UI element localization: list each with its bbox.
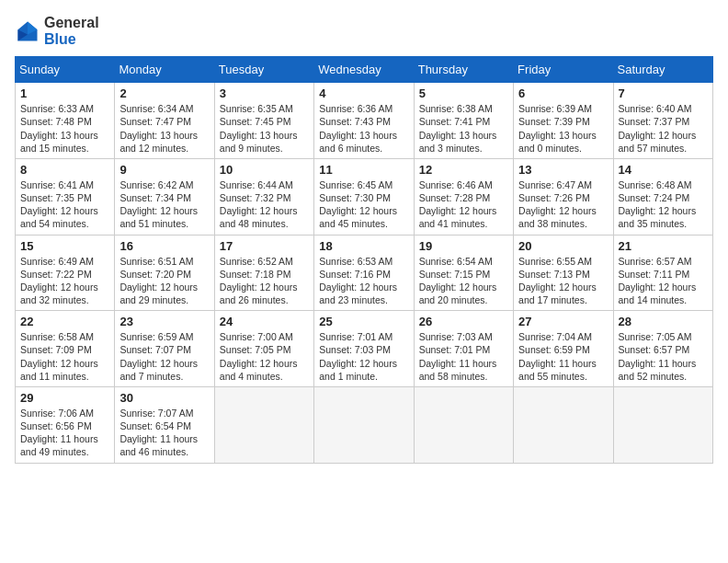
day-number: 16 (119, 239, 209, 253)
calendar-table: SundayMondayTuesdayWednesdayThursdayFrid… (15, 56, 713, 463)
day-cell: 8 Sunrise: 6:41 AMSunset: 7:35 PMDayligh… (16, 158, 115, 235)
day-detail: Sunrise: 6:57 AMSunset: 7:11 PMDaylight:… (619, 255, 708, 307)
day-detail: Sunrise: 6:54 AMSunset: 7:15 PMDaylight:… (419, 255, 508, 307)
day-number: 5 (419, 86, 508, 100)
day-number: 29 (20, 391, 109, 405)
day-number: 7 (619, 86, 708, 100)
day-detail: Sunrise: 7:05 AMSunset: 6:57 PMDaylight:… (619, 330, 708, 383)
weekday-header-row: SundayMondayTuesdayWednesdayThursdayFrid… (16, 57, 713, 83)
day-detail: Sunrise: 6:46 AMSunset: 7:28 PMDaylight:… (419, 178, 508, 231)
weekday-friday: Friday (514, 57, 613, 83)
day-cell: 19 Sunrise: 6:54 AMSunset: 7:15 PMDaylig… (414, 235, 513, 311)
day-number: 14 (619, 163, 708, 177)
day-cell: 16 Sunrise: 6:51 AMSunset: 7:20 PMDaylig… (115, 235, 214, 311)
logo: General Blue (15, 15, 99, 47)
day-detail: Sunrise: 6:42 AMSunset: 7:34 PMDaylight:… (119, 178, 209, 231)
empty-cell (314, 386, 414, 463)
weekday-wednesday: Wednesday (314, 57, 414, 83)
day-cell: 21 Sunrise: 6:57 AMSunset: 7:11 PMDaylig… (613, 235, 712, 311)
day-detail: Sunrise: 6:40 AMSunset: 7:37 PMDaylight:… (619, 102, 708, 155)
day-detail: Sunrise: 6:49 AMSunset: 7:22 PMDaylight:… (20, 255, 109, 307)
calendar-week-row: 22 Sunrise: 6:58 AMSunset: 7:09 PMDaylig… (16, 311, 713, 387)
day-number: 8 (20, 163, 109, 177)
day-number: 28 (619, 315, 708, 328)
calendar-week-row: 8 Sunrise: 6:41 AMSunset: 7:35 PMDayligh… (16, 158, 713, 235)
day-cell: 24 Sunrise: 7:00 AMSunset: 7:05 PMDaylig… (214, 311, 313, 387)
day-cell: 6 Sunrise: 6:39 AMSunset: 7:39 PMDayligh… (514, 83, 613, 159)
day-number: 10 (220, 163, 309, 177)
day-number: 23 (119, 315, 209, 328)
day-cell: 27 Sunrise: 7:04 AMSunset: 6:59 PMDaylig… (514, 311, 613, 387)
day-number: 1 (20, 86, 109, 100)
empty-cell (514, 386, 613, 463)
day-cell: 18 Sunrise: 6:53 AMSunset: 7:16 PMDaylig… (314, 235, 414, 311)
day-detail: Sunrise: 7:04 AMSunset: 6:59 PMDaylight:… (518, 330, 608, 383)
day-detail: Sunrise: 6:52 AMSunset: 7:18 PMDaylight:… (220, 255, 309, 307)
day-cell: 4 Sunrise: 6:36 AMSunset: 7:43 PMDayligh… (314, 83, 414, 159)
day-number: 27 (518, 315, 608, 328)
day-detail: Sunrise: 6:47 AMSunset: 7:26 PMDaylight:… (518, 178, 608, 231)
day-number: 25 (319, 315, 408, 328)
day-number: 22 (20, 315, 109, 328)
day-number: 21 (619, 239, 708, 253)
day-detail: Sunrise: 6:44 AMSunset: 7:32 PMDaylight:… (220, 178, 309, 231)
day-detail: Sunrise: 6:36 AMSunset: 7:43 PMDaylight:… (319, 102, 408, 155)
day-number: 15 (20, 239, 109, 253)
day-detail: Sunrise: 6:58 AMSunset: 7:09 PMDaylight:… (20, 330, 109, 383)
day-detail: Sunrise: 6:55 AMSunset: 7:13 PMDaylight:… (518, 255, 608, 307)
weekday-sunday: Sunday (16, 57, 115, 83)
day-number: 4 (319, 86, 408, 100)
day-cell: 3 Sunrise: 6:35 AMSunset: 7:45 PMDayligh… (214, 83, 313, 159)
day-number: 2 (119, 86, 209, 100)
day-cell: 1 Sunrise: 6:33 AMSunset: 7:48 PMDayligh… (16, 83, 115, 159)
weekday-monday: Monday (115, 57, 214, 83)
day-detail: Sunrise: 6:38 AMSunset: 7:41 PMDaylight:… (419, 102, 508, 155)
day-cell: 26 Sunrise: 7:03 AMSunset: 7:01 PMDaylig… (414, 311, 513, 387)
day-cell: 15 Sunrise: 6:49 AMSunset: 7:22 PMDaylig… (16, 235, 115, 311)
logo-text: General Blue (44, 15, 99, 47)
day-detail: Sunrise: 6:48 AMSunset: 7:24 PMDaylight:… (619, 178, 708, 231)
day-cell: 14 Sunrise: 6:48 AMSunset: 7:24 PMDaylig… (613, 158, 712, 235)
day-cell: 28 Sunrise: 7:05 AMSunset: 6:57 PMDaylig… (613, 311, 712, 387)
day-detail: Sunrise: 6:34 AMSunset: 7:47 PMDaylight:… (119, 102, 209, 155)
day-number: 20 (518, 239, 608, 253)
calendar-week-row: 29 Sunrise: 7:06 AMSunset: 6:56 PMDaylig… (16, 386, 713, 463)
day-number: 11 (319, 163, 408, 177)
day-detail: Sunrise: 6:33 AMSunset: 7:48 PMDaylight:… (20, 102, 109, 155)
day-number: 18 (319, 239, 408, 253)
day-cell: 20 Sunrise: 6:55 AMSunset: 7:13 PMDaylig… (514, 235, 613, 311)
weekday-saturday: Saturday (613, 57, 712, 83)
day-number: 19 (419, 239, 508, 253)
day-detail: Sunrise: 6:41 AMSunset: 7:35 PMDaylight:… (20, 178, 109, 231)
day-number: 9 (119, 163, 209, 177)
day-number: 6 (518, 86, 608, 100)
day-detail: Sunrise: 7:07 AMSunset: 6:54 PMDaylight:… (119, 407, 209, 459)
day-cell: 10 Sunrise: 6:44 AMSunset: 7:32 PMDaylig… (214, 158, 313, 235)
day-cell: 2 Sunrise: 6:34 AMSunset: 7:47 PMDayligh… (115, 83, 214, 159)
day-number: 12 (419, 163, 508, 177)
day-detail: Sunrise: 7:01 AMSunset: 7:03 PMDaylight:… (319, 330, 408, 383)
day-detail: Sunrise: 6:51 AMSunset: 7:20 PMDaylight:… (119, 255, 209, 307)
day-cell: 9 Sunrise: 6:42 AMSunset: 7:34 PMDayligh… (115, 158, 214, 235)
day-number: 13 (518, 163, 608, 177)
empty-cell (414, 386, 513, 463)
day-number: 24 (220, 315, 309, 328)
day-cell: 25 Sunrise: 7:01 AMSunset: 7:03 PMDaylig… (314, 311, 414, 387)
empty-cell (613, 386, 712, 463)
day-number: 3 (220, 86, 309, 100)
day-cell: 30 Sunrise: 7:07 AMSunset: 6:54 PMDaylig… (115, 386, 214, 463)
day-cell: 17 Sunrise: 6:52 AMSunset: 7:18 PMDaylig… (214, 235, 313, 311)
day-cell: 23 Sunrise: 6:59 AMSunset: 7:07 PMDaylig… (115, 311, 214, 387)
day-number: 30 (119, 391, 209, 405)
day-detail: Sunrise: 6:39 AMSunset: 7:39 PMDaylight:… (518, 102, 608, 155)
day-cell: 29 Sunrise: 7:06 AMSunset: 6:56 PMDaylig… (16, 386, 115, 463)
page-header: General Blue (15, 15, 713, 47)
day-detail: Sunrise: 7:00 AMSunset: 7:05 PMDaylight:… (220, 330, 309, 383)
calendar-week-row: 1 Sunrise: 6:33 AMSunset: 7:48 PMDayligh… (16, 83, 713, 159)
day-cell: 22 Sunrise: 6:58 AMSunset: 7:09 PMDaylig… (16, 311, 115, 387)
day-detail: Sunrise: 6:53 AMSunset: 7:16 PMDaylight:… (319, 255, 408, 307)
day-cell: 12 Sunrise: 6:46 AMSunset: 7:28 PMDaylig… (414, 158, 513, 235)
day-cell: 11 Sunrise: 6:45 AMSunset: 7:30 PMDaylig… (314, 158, 414, 235)
empty-cell (214, 386, 313, 463)
day-cell: 7 Sunrise: 6:40 AMSunset: 7:37 PMDayligh… (613, 83, 712, 159)
